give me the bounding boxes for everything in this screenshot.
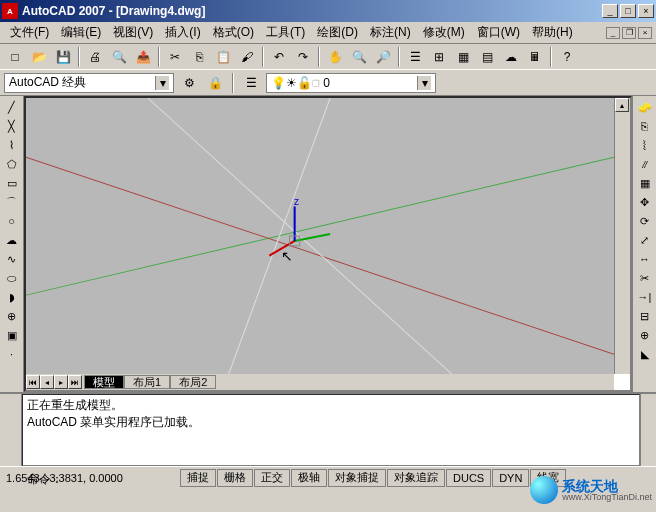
insert-tool[interactable]: ⊕ <box>2 307 22 325</box>
help-button[interactable]: ? <box>556 46 578 68</box>
point-tool[interactable]: · <box>2 345 22 363</box>
tab-layout2[interactable]: 布局2 <box>170 375 216 389</box>
close-button[interactable]: × <box>638 4 654 18</box>
trim-tool[interactable]: ✂ <box>635 269 655 287</box>
erase-tool[interactable]: 🧽 <box>635 98 655 116</box>
status-polar[interactable]: 极轴 <box>291 469 327 487</box>
circle-tool[interactable]: ○ <box>2 212 22 230</box>
copy-button[interactable]: ⎘ <box>188 46 210 68</box>
print-button[interactable]: 🖨 <box>84 46 106 68</box>
pan-icon: ✋ <box>328 50 343 64</box>
polygon-tool[interactable]: ⬠ <box>2 155 22 173</box>
menu-insert[interactable]: 插入(I) <box>159 22 206 43</box>
status-osnap[interactable]: 对象捕捉 <box>328 469 386 487</box>
toolpalette-button[interactable]: ▦ <box>452 46 474 68</box>
command-scrollbar[interactable] <box>640 394 656 466</box>
menu-edit[interactable]: 编辑(E) <box>55 22 107 43</box>
status-otrack[interactable]: 对象追踪 <box>387 469 445 487</box>
command-text-area[interactable]: 正在重生成模型。 AutoCAD 菜单实用程序已加载。 命令： <box>22 394 640 466</box>
workspace-settings-button[interactable]: ⚙ <box>178 72 200 94</box>
menu-modify[interactable]: 修改(M) <box>417 22 471 43</box>
mdi-restore-button[interactable]: ❐ <box>622 27 636 39</box>
rectangle-tool[interactable]: ▭ <box>2 174 22 192</box>
status-grid[interactable]: 栅格 <box>217 469 253 487</box>
arc-tool[interactable]: ⌒ <box>2 193 22 211</box>
open-button[interactable]: 📂 <box>28 46 50 68</box>
revcloud-tool[interactable]: ☁ <box>2 231 22 249</box>
mdi-close-button[interactable]: × <box>638 27 652 39</box>
tab-first-button[interactable]: ⏮ <box>26 375 40 389</box>
scale-tool[interactable]: ⤢ <box>635 231 655 249</box>
menu-format[interactable]: 格式(O) <box>207 22 260 43</box>
array-tool[interactable]: ▦ <box>635 174 655 192</box>
break-tool[interactable]: ⊟ <box>635 307 655 325</box>
menu-view[interactable]: 视图(V) <box>107 22 159 43</box>
pan-button[interactable]: ✋ <box>324 46 346 68</box>
move-tool[interactable]: ✥ <box>635 193 655 211</box>
chamfer-tool[interactable]: ◣ <box>635 345 655 363</box>
new-button[interactable]: □ <box>4 46 26 68</box>
rotate-tool[interactable]: ⟳ <box>635 212 655 230</box>
menu-draw[interactable]: 绘图(D) <box>311 22 364 43</box>
publish-button[interactable]: 📤 <box>132 46 154 68</box>
mdi-minimize-button[interactable]: _ <box>606 27 620 39</box>
line-tool[interactable]: ╱ <box>2 98 22 116</box>
sheetset-button[interactable]: ▤ <box>476 46 498 68</box>
vertical-scrollbar[interactable]: ▴ <box>614 98 630 374</box>
status-ducs[interactable]: DUCS <box>446 469 491 487</box>
preview-icon: 🔍 <box>112 50 127 64</box>
offset-tool[interactable]: ⫽ <box>635 155 655 173</box>
layer-combo[interactable]: 💡 ☀ 🔓 ■ 0 ▾ <box>266 73 436 93</box>
redo-button[interactable]: ↷ <box>292 46 314 68</box>
scroll-up-button[interactable]: ▴ <box>615 98 629 112</box>
mirror-tool[interactable]: ⦚ <box>635 136 655 154</box>
markup-button[interactable]: ☁ <box>500 46 522 68</box>
quickcalc-button[interactable]: 🖩 <box>524 46 546 68</box>
status-ortho[interactable]: 正交 <box>254 469 290 487</box>
command-handle[interactable] <box>0 394 22 466</box>
menu-dimension[interactable]: 标注(N) <box>364 22 417 43</box>
tab-next-button[interactable]: ▸ <box>54 375 68 389</box>
zoom-button[interactable]: 🔍 <box>348 46 370 68</box>
stretch-tool[interactable]: ↔ <box>635 250 655 268</box>
tab-layout1[interactable]: 布局1 <box>124 375 170 389</box>
cut-button[interactable]: ✂ <box>164 46 186 68</box>
block-tool[interactable]: ▣ <box>2 326 22 344</box>
ellipsearc-tool[interactable]: ◗ <box>2 288 22 306</box>
chevron-down-icon[interactable]: ▾ <box>417 76 431 90</box>
minimize-button[interactable]: _ <box>602 4 618 18</box>
spline-tool[interactable]: ∿ <box>2 250 22 268</box>
save-button[interactable]: 💾 <box>52 46 74 68</box>
maximize-button[interactable]: □ <box>620 4 636 18</box>
drawing-canvas[interactable]: z ↖ <box>26 98 614 374</box>
matchprop-button[interactable]: 🖌 <box>236 46 258 68</box>
preview-button[interactable]: 🔍 <box>108 46 130 68</box>
menu-file[interactable]: 文件(F) <box>4 22 55 43</box>
copy-tool[interactable]: ⎘ <box>635 117 655 135</box>
polyline-tool[interactable]: ⌇ <box>2 136 22 154</box>
ellipse-tool[interactable]: ⬭ <box>2 269 22 287</box>
designcenter-button[interactable]: ⊞ <box>428 46 450 68</box>
layer-manager-button[interactable]: ☰ <box>240 72 262 94</box>
zoomprev-button[interactable]: 🔎 <box>372 46 394 68</box>
properties-button[interactable]: ☰ <box>404 46 426 68</box>
xline-tool[interactable]: ╳ <box>2 117 22 135</box>
workspace-combo[interactable]: AutoCAD 经典 ▾ <box>4 73 174 93</box>
status-lwt[interactable]: 线宽 <box>530 469 566 487</box>
separator <box>78 47 80 67</box>
chevron-down-icon[interactable]: ▾ <box>155 76 169 90</box>
tab-last-button[interactable]: ⏭ <box>68 375 82 389</box>
menu-help[interactable]: 帮助(H) <box>526 22 579 43</box>
tab-model[interactable]: 模型 <box>84 375 124 389</box>
join-tool[interactable]: ⊕ <box>635 326 655 344</box>
workspace-lock-button[interactable]: 🔒 <box>204 72 226 94</box>
status-dyn[interactable]: DYN <box>492 469 529 487</box>
menu-tools[interactable]: 工具(T) <box>260 22 311 43</box>
zoom-icon: 🔍 <box>352 50 367 64</box>
extend-tool[interactable]: →| <box>635 288 655 306</box>
tab-prev-button[interactable]: ◂ <box>40 375 54 389</box>
menu-window[interactable]: 窗口(W) <box>471 22 526 43</box>
undo-button[interactable]: ↶ <box>268 46 290 68</box>
paste-button[interactable]: 📋 <box>212 46 234 68</box>
status-snap[interactable]: 捕捉 <box>180 469 216 487</box>
